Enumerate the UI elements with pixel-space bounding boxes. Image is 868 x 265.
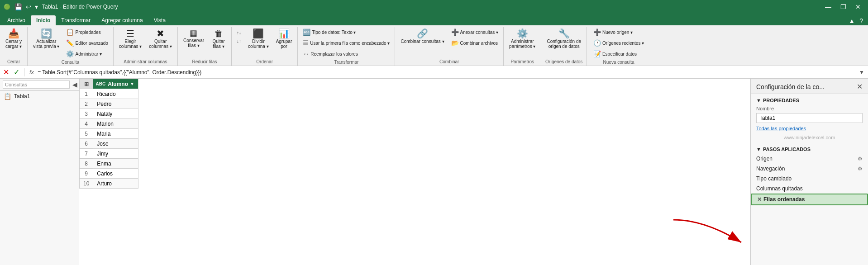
ordenar-asc-btn[interactable]: ↑↓	[234, 29, 243, 37]
combinar-arch-label: Combinar archivos	[460, 41, 498, 46]
row-alumno-3: Nataly	[93, 109, 138, 119]
col-filter-btn[interactable]: ▼	[130, 81, 134, 86]
all-props-link[interactable]: Todas las propiedades	[751, 125, 868, 134]
step-label-columnas-quitadas: Columnas quitadas	[756, 185, 863, 192]
group-label-reducir: Reducir filas	[181, 58, 229, 66]
anexar-btn[interactable]: ➕ Anexar consultas ▾	[449, 27, 501, 37]
table-row: 8 Enma	[80, 159, 138, 169]
formula-expand-btn[interactable]: ▼	[857, 69, 866, 76]
tipo-datos-btn[interactable]: 🔤 Tipo de datos: Texto ▾	[300, 27, 392, 37]
tab-vista[interactable]: Vista	[148, 15, 171, 25]
sidebar-item-tabla1[interactable]: 📋 Tabla1	[0, 91, 79, 102]
ribbon-group-reducir: ▦ Conservarfilas ▾ 🗑 Quitarfilas ▾ Reduc…	[178, 27, 232, 66]
nuevo-origen-btn[interactable]: ➕ Nuevo origen ▾	[591, 27, 646, 37]
step-item-origen[interactable]: Origen⚙	[751, 154, 868, 164]
qa-dropdown-btn[interactable]: ▾	[33, 2, 39, 11]
tab-archivo[interactable]: Archivo	[2, 15, 31, 25]
quitar-label: Quitarfilas ▾	[212, 39, 224, 49]
editor-avanzado-btn[interactable]: ✏️ Editor avanzado	[64, 38, 110, 48]
ribbon-help-btn[interactable]: ?	[858, 16, 864, 25]
row-num-4: 4	[80, 119, 93, 129]
origenes-recientes-btn[interactable]: 🕐 Orígenes recientes ▾	[591, 38, 646, 48]
row-alumno-10: Arturo	[93, 179, 138, 189]
table-row: 5 Maria	[80, 129, 138, 139]
group-label-combinar: Combinar	[398, 58, 501, 66]
especificar-datos-btn[interactable]: 📝 Especificar datos	[591, 49, 646, 59]
ribbon-collapse-btn[interactable]: ▲	[847, 16, 856, 25]
quitar-col-icon: ✖	[157, 29, 164, 38]
ribbon-tabs: Archivo Inicio Transformar Agregar colum…	[0, 14, 868, 25]
editor-label: Editor avanzado	[75, 41, 108, 46]
primera-fila-btn[interactable]: ☰ Usar la primera fila como encabezado ▾	[300, 38, 392, 48]
anexar-icon: ➕	[451, 28, 459, 36]
recientes-icon: 🕐	[593, 39, 601, 47]
row-num-10: 10	[80, 179, 93, 189]
formula-confirm-btn[interactable]: ✓	[12, 68, 21, 76]
actualizar-btn[interactable]: 🔄 Actualizarvista previa ▾	[30, 27, 62, 51]
row-num-5: 5	[80, 129, 93, 139]
row-num-6: 6	[80, 139, 93, 149]
administrar-btn[interactable]: ⚙️ Administrar ▾	[64, 49, 110, 59]
qa-undo-btn[interactable]: ↩	[24, 2, 33, 11]
name-field-input[interactable]	[756, 113, 863, 123]
combinar-archivos-btn[interactable]: 📂 Combinar archivos	[449, 38, 501, 48]
sidebar-collapse-btn[interactable]: ◀	[72, 81, 78, 88]
row-alumno-4: Marlon	[93, 119, 138, 129]
row-alumno-6: Jose	[93, 139, 138, 149]
ribbon-group-consulta: 🔄 Actualizarvista previa ▾ 📋 Propiedades…	[28, 27, 114, 66]
formula-cancel-btn[interactable]: ✕	[2, 68, 10, 76]
dividir-label: Dividircolumna ▾	[248, 39, 269, 49]
tab-inicio[interactable]: Inicio	[31, 15, 56, 25]
step-gear-navegacion[interactable]: ⚙	[858, 166, 863, 172]
right-panel-close-btn[interactable]: ✕	[857, 82, 863, 91]
group-label-ordenar: Ordenar	[234, 58, 295, 66]
sidebar-search-input[interactable]	[3, 80, 70, 89]
agrupar-por-btn[interactable]: 📊 Agruparpor	[273, 27, 295, 51]
conservar-label: Conservarfilas ▾	[183, 38, 204, 48]
maximize-btn[interactable]: ❐	[837, 2, 850, 11]
elegir-columnas-btn[interactable]: ☰ Elegircolumnas ▾	[116, 27, 145, 51]
minimize-btn[interactable]: —	[821, 2, 835, 11]
agrupar-icon: 📊	[278, 29, 290, 38]
dividir-columna-btn[interactable]: ⬛ Dividircolumna ▾	[245, 27, 272, 51]
combinar-consultas-btn[interactable]: 🔗 Combinar consultas ▾	[398, 27, 447, 46]
propiedades-btn[interactable]: 📋 Propiedades	[64, 27, 110, 37]
step-delete-filas-ordenadas[interactable]: ✕	[757, 196, 762, 203]
close-btn[interactable]: ✕	[852, 2, 864, 11]
formula-bar: ✕ ✓ fx ▼	[0, 66, 868, 79]
tab-transformar[interactable]: Transformar	[56, 15, 96, 25]
col-type-icon: ABC	[97, 81, 104, 87]
ribbon-group-params: ⚙️ Administrarparámetros ▾ Parámetros	[504, 27, 541, 66]
step-item-tipo-cambiado[interactable]: Tipo cambiado	[751, 174, 868, 184]
app-icon: 🟢	[4, 4, 10, 10]
ribbon-group-admin-col-content: ☰ Elegircolumnas ▾ ✖ Quitarcolumnas ▾	[116, 27, 175, 58]
asc-icon: ↑↓	[237, 30, 241, 35]
row-num-3: 3	[80, 109, 93, 119]
row-num-7: 7	[80, 149, 93, 159]
config-origen-btn[interactable]: 🔧 Configuración deorigen de datos	[544, 27, 584, 51]
reemplazar-btn[interactable]: ↔ Reemplazar los valores	[300, 49, 392, 59]
quitar-filas-btn[interactable]: 🗑 Quitarfilas ▾	[209, 27, 229, 51]
step-item-columnas-quitadas[interactable]: Columnas quitadas	[751, 184, 868, 194]
ordenar-desc-btn[interactable]: ↓↑	[234, 38, 243, 45]
table-row: 9 Carlos	[80, 169, 138, 179]
desc-icon: ↓↑	[237, 39, 241, 44]
tab-agregar-columna[interactable]: Agregar columna	[96, 15, 148, 25]
quitar-icon: 🗑	[214, 29, 223, 38]
step-gear-origen[interactable]: ⚙	[858, 156, 863, 162]
ribbon-group-origenes: 🔧 Configuración deorigen de datos Orígen…	[541, 27, 587, 66]
step-label-tipo-cambiado: Tipo cambiado	[756, 175, 863, 182]
quitar-columnas-btn[interactable]: ✖ Quitarcolumnas ▾	[146, 27, 175, 51]
step-item-filas-ordenadas[interactable]: ✕Filas ordenadas	[751, 194, 868, 205]
col-header-alumno[interactable]: ABC Alumno ▼	[93, 79, 138, 89]
qa-save-btn[interactable]: 💾	[13, 2, 24, 11]
config-label: Configuración deorigen de datos	[547, 39, 581, 49]
conservar-filas-btn[interactable]: ▦ Conservarfilas ▾	[181, 27, 207, 50]
admin-params-btn[interactable]: ⚙️ Administrarparámetros ▾	[506, 27, 538, 51]
formula-input[interactable]	[38, 69, 855, 76]
step-item-navegacion[interactable]: Navegación⚙	[751, 164, 868, 174]
combinar-label: Combinar consultas ▾	[401, 39, 444, 44]
ribbon-group-combinar-content: 🔗 Combinar consultas ▾ ➕ Anexar consulta…	[398, 27, 501, 58]
cerrar-cargar-btn[interactable]: 📥 Cerrar ycargar ▾	[3, 27, 24, 51]
propiedades-icon: 📋	[66, 28, 74, 36]
